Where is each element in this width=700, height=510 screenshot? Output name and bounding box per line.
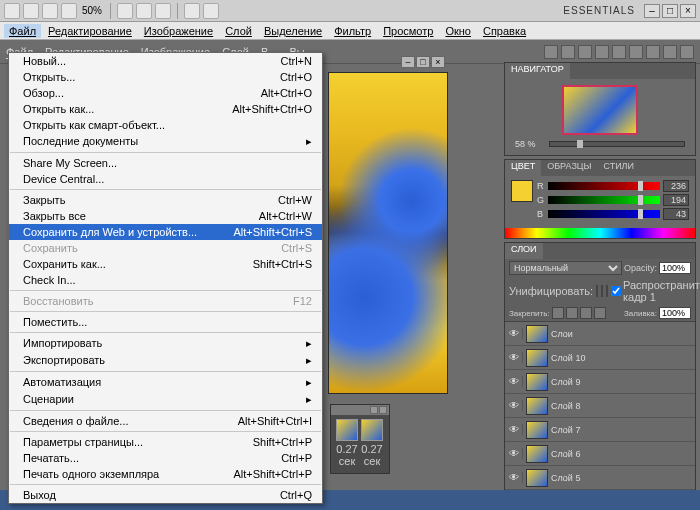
g-slider[interactable] — [548, 196, 660, 204]
menu-file[interactable]: Файл — [4, 24, 41, 38]
menu-help[interactable]: Справка — [478, 24, 531, 38]
tab-layers[interactable]: СЛОИ — [505, 243, 543, 259]
menu-item[interactable]: Device Central... — [9, 171, 322, 187]
fill-value[interactable]: 100% — [659, 307, 691, 319]
layer-row[interactable]: 👁Слой 9 — [505, 370, 695, 394]
r-value[interactable]: 236 — [663, 180, 689, 192]
tool-icon[interactable] — [61, 3, 77, 19]
layer-thumb[interactable] — [526, 421, 548, 439]
tab-color[interactable]: ЦВЕТ — [505, 160, 541, 176]
menu-item[interactable]: Share My Screen... — [9, 155, 322, 171]
layer-name[interactable]: Слой 9 — [551, 377, 695, 387]
b-slider[interactable] — [548, 210, 660, 218]
menu-item[interactable]: Экспортировать▸ — [9, 352, 322, 369]
optbar-icon[interactable] — [595, 45, 609, 59]
menu-filter[interactable]: Фильтр — [329, 24, 376, 38]
rotate-icon[interactable] — [155, 3, 171, 19]
tool-icon[interactable] — [23, 3, 39, 19]
app-icon[interactable] — [4, 3, 20, 19]
layer-thumb[interactable] — [526, 325, 548, 343]
layer-row[interactable]: 👁Слои — [505, 322, 695, 346]
visibility-icon[interactable]: 👁 — [505, 328, 523, 339]
hand-icon[interactable] — [117, 3, 133, 19]
optbar-icon[interactable] — [680, 45, 694, 59]
menu-item[interactable]: ВыходCtrl+Q — [9, 487, 322, 503]
menu-item[interactable]: Последние документы▸ — [9, 133, 322, 150]
layer-name[interactable]: Слой 10 — [551, 353, 695, 363]
visibility-icon[interactable]: 👁 — [505, 448, 523, 459]
menu-item[interactable]: Обзор...Alt+Ctrl+O — [9, 85, 322, 101]
minimize-button[interactable]: – — [644, 4, 660, 18]
frame-thumb[interactable] — [361, 419, 383, 441]
menu-item[interactable]: ЗакрытьCtrl+W — [9, 192, 322, 208]
doc-maximize-button[interactable]: □ — [416, 56, 430, 68]
menu-view[interactable]: Просмотр — [378, 24, 438, 38]
menu-item[interactable]: Печать одного экземпляраAlt+Shift+Ctrl+P — [9, 466, 322, 482]
zoom-level[interactable]: 50% — [80, 5, 104, 16]
doc-close-button[interactable]: × — [431, 56, 445, 68]
visibility-icon[interactable]: 👁 — [505, 472, 523, 483]
navigator-zoom[interactable]: 58 % — [515, 139, 545, 149]
layer-thumb[interactable] — [526, 445, 548, 463]
unify-icon[interactable] — [596, 285, 598, 297]
layer-name[interactable]: Слой 5 — [551, 473, 695, 483]
visibility-icon[interactable]: 👁 — [505, 400, 523, 411]
layer-row[interactable]: 👁Слой 7 — [505, 418, 695, 442]
optbar-icon[interactable] — [646, 45, 660, 59]
lock-trans-icon[interactable] — [552, 307, 564, 319]
layer-row[interactable]: 👁Слой 6 — [505, 442, 695, 466]
navigator-slider[interactable] — [549, 141, 685, 147]
menu-item[interactable]: Печатать...Ctrl+P — [9, 450, 322, 466]
propagate-checkbox[interactable]: Распространить кадр 1 — [611, 279, 700, 303]
visibility-icon[interactable]: 👁 — [505, 352, 523, 363]
menu-item[interactable]: Открыть как...Alt+Shift+Ctrl+O — [9, 101, 322, 117]
menu-item[interactable]: Сохранить как...Shift+Ctrl+S — [9, 256, 322, 272]
optbar-icon[interactable] — [612, 45, 626, 59]
optbar-icon[interactable] — [663, 45, 677, 59]
screen-icon[interactable] — [203, 3, 219, 19]
menu-layer[interactable]: Слой — [220, 24, 257, 38]
menu-item[interactable]: Сведения о файле...Alt+Shift+Ctrl+I — [9, 413, 322, 429]
menu-item[interactable]: Открыть...Ctrl+O — [9, 69, 322, 85]
tab-navigator[interactable]: НАВИГАТОР — [505, 63, 570, 79]
tab-styles[interactable]: СТИЛИ — [597, 160, 640, 176]
menu-item[interactable]: Сохранить для Web и устройств...Alt+Shif… — [9, 224, 322, 240]
optbar-icon[interactable] — [544, 45, 558, 59]
foreground-swatch[interactable] — [511, 180, 533, 202]
close-button[interactable]: × — [680, 4, 696, 18]
menu-item[interactable]: Check In... — [9, 272, 322, 288]
menu-item[interactable]: Поместить... — [9, 314, 322, 330]
frames-panel[interactable]: 0.27 сек 0.27 сек — [330, 404, 390, 474]
doc-minimize-button[interactable]: – — [401, 56, 415, 68]
menu-image[interactable]: Изображение — [139, 24, 218, 38]
arrange-icon[interactable] — [184, 3, 200, 19]
visibility-icon[interactable]: 👁 — [505, 424, 523, 435]
layer-thumb[interactable] — [526, 373, 548, 391]
layer-name[interactable]: Слой 7 — [551, 425, 695, 435]
layer-row[interactable]: 👁Слой 10 — [505, 346, 695, 370]
menu-item[interactable]: Параметры страницы...Shift+Ctrl+P — [9, 434, 322, 450]
opacity-value[interactable]: 100% — [659, 262, 691, 274]
color-spectrum[interactable] — [505, 228, 695, 238]
g-value[interactable]: 194 — [663, 194, 689, 206]
visibility-icon[interactable]: 👁 — [505, 376, 523, 387]
lock-paint-icon[interactable] — [566, 307, 578, 319]
unify-icon[interactable] — [606, 285, 608, 297]
layer-name[interactable]: Слой 8 — [551, 401, 695, 411]
layer-name[interactable]: Слои — [551, 329, 695, 339]
tool-icon[interactable] — [42, 3, 58, 19]
menu-edit[interactable]: Редактирование — [43, 24, 137, 38]
navigator-thumb[interactable] — [562, 85, 638, 135]
workspace-label[interactable]: ESSENTIALS — [563, 5, 635, 16]
menu-item[interactable]: Импортировать▸ — [9, 335, 322, 352]
layer-row[interactable]: 👁Слой 8 — [505, 394, 695, 418]
tab-swatches[interactable]: ОБРАЗЦЫ — [541, 160, 597, 176]
optbar-icon[interactable] — [561, 45, 575, 59]
document-window[interactable]: – □ × — [328, 72, 448, 394]
lock-pos-icon[interactable] — [580, 307, 592, 319]
b-value[interactable]: 43 — [663, 208, 689, 220]
panel-min-icon[interactable] — [370, 406, 378, 414]
menu-window[interactable]: Окно — [440, 24, 476, 38]
menu-item[interactable]: Закрыть всеAlt+Ctrl+W — [9, 208, 322, 224]
layer-thumb[interactable] — [526, 349, 548, 367]
